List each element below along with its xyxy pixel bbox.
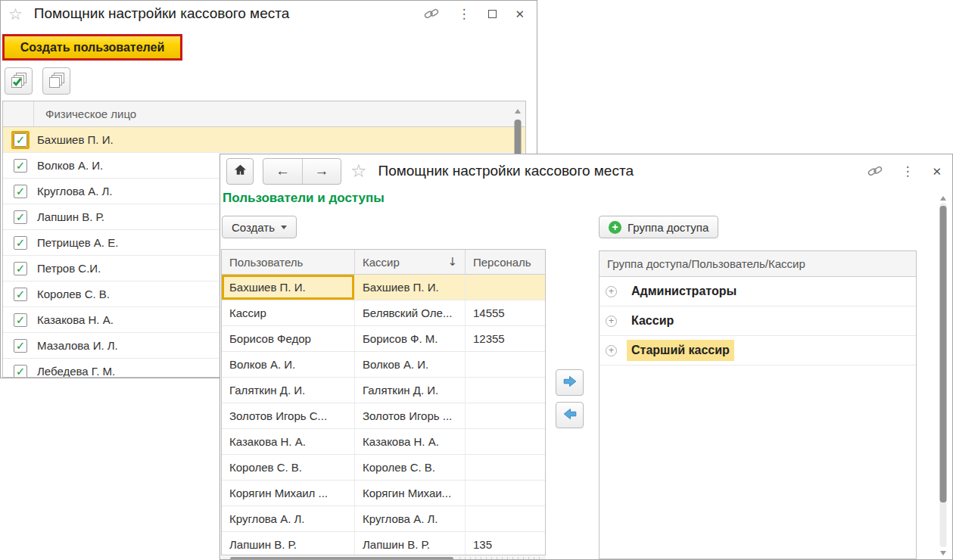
favorite-star-icon[interactable]: ☆ xyxy=(350,162,367,180)
checkbox-column-header xyxy=(3,101,34,126)
checkbox-icon: ✓ xyxy=(14,236,27,250)
checkbox-icon: ✓ xyxy=(14,365,27,378)
users-table-rows: Бахшиев П. И.Бахшиев П. И.КассирБелявски… xyxy=(222,275,545,555)
chevron-down-icon xyxy=(281,226,287,229)
create-users-button[interactable]: Создать пользователей xyxy=(2,34,182,61)
blue-arrow-right-icon xyxy=(562,373,578,392)
cashier-cell: Круглова А. Л. xyxy=(355,506,466,531)
fg-window-title: Помощник настройки кассового места xyxy=(378,163,634,179)
menu-dots-icon[interactable]: ⋮ xyxy=(457,8,470,20)
row-checkbox[interactable]: ✓ xyxy=(11,260,30,278)
fg-titlebar: ← → ☆ Помощник настройки кассового места… xyxy=(220,154,952,188)
hscroll-thumb[interactable] xyxy=(230,557,453,560)
back-button[interactable]: ← xyxy=(263,159,302,184)
scroll-down-icon[interactable] xyxy=(940,551,946,555)
column-user[interactable]: Пользователь xyxy=(222,250,355,274)
access-group-label: Старший кассир xyxy=(627,340,734,361)
move-right-button[interactable] xyxy=(556,369,584,396)
create-button[interactable]: Создать xyxy=(222,216,297,238)
row-checkbox[interactable]: ✓ xyxy=(11,311,30,329)
user-row[interactable]: Лапшин В. Р.Лапшин В. Р.135 xyxy=(222,532,545,555)
personal-cell xyxy=(466,378,545,403)
user-row[interactable]: Бахшиев П. И.Бахшиев П. И. xyxy=(222,275,545,300)
assistant-window-foreground: ← → ☆ Помощник настройки кассового места… xyxy=(220,154,953,560)
user-cell: Волков А. И. xyxy=(222,352,355,377)
scroll-thumb[interactable] xyxy=(939,206,946,502)
personal-cell xyxy=(466,481,545,506)
personal-cell: 135 xyxy=(466,532,545,555)
green-plus-icon: + xyxy=(609,221,621,234)
personal-cell xyxy=(466,275,545,300)
user-row[interactable]: Волков А. И.Волков А. И. xyxy=(222,352,545,378)
access-group-button-label: Группа доступа xyxy=(628,221,709,234)
checkbox-icon: ✓ xyxy=(14,339,27,353)
user-cell: Борисов Федор xyxy=(222,326,355,351)
user-row[interactable]: Галяткин Д. И.Галяткин Д. И. xyxy=(222,378,545,403)
checkbox-icon: ✓ xyxy=(14,288,27,301)
section-heading: Пользователи и доступы xyxy=(223,191,385,206)
user-cell: Казакова Н. А. xyxy=(222,429,355,454)
scroll-up-icon[interactable] xyxy=(940,196,946,201)
link-icon[interactable] xyxy=(424,6,439,21)
checkbox-icon: ✓ xyxy=(14,313,27,327)
home-icon xyxy=(233,163,248,179)
cashier-cell: Белявский Оле... xyxy=(355,300,466,325)
favorite-star-icon[interactable]: ☆ xyxy=(8,6,23,22)
move-left-button[interactable] xyxy=(556,402,584,428)
row-checkbox[interactable]: ✓ xyxy=(11,131,30,149)
forward-button[interactable]: → xyxy=(302,159,341,184)
access-group-row[interactable]: +Кассир xyxy=(600,306,916,336)
form-scrollbar[interactable] xyxy=(938,192,948,558)
row-checkbox[interactable]: ✓ xyxy=(11,234,30,252)
cashier-cell: Лапшин В. Р. xyxy=(355,532,466,555)
person-name: Бахшиев П. И. xyxy=(37,133,114,146)
user-row[interactable]: Казакова Н. А.Казакова Н. А. xyxy=(222,429,545,455)
row-checkbox[interactable]: ✓ xyxy=(11,337,30,355)
cashier-cell: Борисов Ф. М. xyxy=(355,326,466,351)
user-row[interactable]: КассирБелявский Оле...14555 xyxy=(222,300,545,326)
person-row[interactable]: ✓Бахшиев П. И. xyxy=(3,127,525,153)
user-row[interactable]: Борисов ФедорБорисов Ф. М.12355 xyxy=(222,326,545,352)
user-cell: Кассир xyxy=(222,300,355,325)
maximize-icon[interactable] xyxy=(488,10,497,18)
tree-header-label: Группа доступа/Пользователь/Кассир xyxy=(607,257,805,270)
row-checkbox[interactable]: ✓ xyxy=(11,157,30,175)
cashier-cell: Корягин Михаи... xyxy=(355,481,466,506)
row-checkbox[interactable]: ✓ xyxy=(11,208,30,226)
expand-plus-icon[interactable]: + xyxy=(606,286,617,297)
person-name: Круглова А. Л. xyxy=(37,185,112,198)
user-row[interactable]: Золотов Игорь С...Золотов Игорь ... xyxy=(222,403,545,429)
user-cell: Лапшин В. Р. xyxy=(222,532,355,555)
checkbox-icon: ✓ xyxy=(14,159,27,173)
clear-all-checkboxes-button[interactable] xyxy=(42,67,70,95)
tree-header: Группа доступа/Пользователь/Кассир xyxy=(600,251,916,277)
user-cell: Корягин Михаил ... xyxy=(222,481,355,506)
user-row[interactable]: Королев С. В.Королев С. В. xyxy=(222,455,545,481)
expand-plus-icon[interactable]: + xyxy=(606,316,617,327)
users-table-hscrollbar[interactable] xyxy=(221,556,546,560)
user-row[interactable]: Круглова А. Л.Круглова А. Л. xyxy=(222,506,545,532)
close-icon[interactable]: ✕ xyxy=(515,8,525,20)
add-access-group-button[interactable]: + Группа доступа xyxy=(599,216,718,238)
bg-window-title: Помощник настройки кассового места xyxy=(34,5,289,22)
users-table: Пользователь Кассир ↓ Персональ Бахшиев … xyxy=(221,249,546,555)
column-user-label: Пользователь xyxy=(229,256,303,269)
person-name: Казакова Н. А. xyxy=(37,313,114,326)
link-icon[interactable] xyxy=(867,163,883,179)
expand-plus-icon[interactable]: + xyxy=(606,345,617,356)
row-checkbox[interactable]: ✓ xyxy=(11,285,30,303)
column-personal[interactable]: Персональ xyxy=(466,250,545,274)
access-group-row[interactable]: +Администраторы xyxy=(600,277,916,306)
checkbox-icon: ✓ xyxy=(14,262,27,275)
close-icon[interactable]: ✕ xyxy=(932,166,942,177)
column-cashier[interactable]: Кассир ↓ xyxy=(355,250,466,274)
user-row[interactable]: Корягин Михаил ...Корягин Михаи... xyxy=(222,481,545,506)
user-cell: Галяткин Д. И. xyxy=(222,378,355,403)
home-button[interactable] xyxy=(226,158,254,185)
scroll-up-icon[interactable] xyxy=(515,109,521,114)
row-checkbox[interactable]: ✓ xyxy=(11,362,30,378)
access-group-row[interactable]: +Старший кассир xyxy=(600,336,916,366)
menu-dots-icon[interactable]: ⋮ xyxy=(901,165,914,178)
select-all-checkboxes-button[interactable] xyxy=(5,67,33,95)
row-checkbox[interactable]: ✓ xyxy=(11,182,30,201)
